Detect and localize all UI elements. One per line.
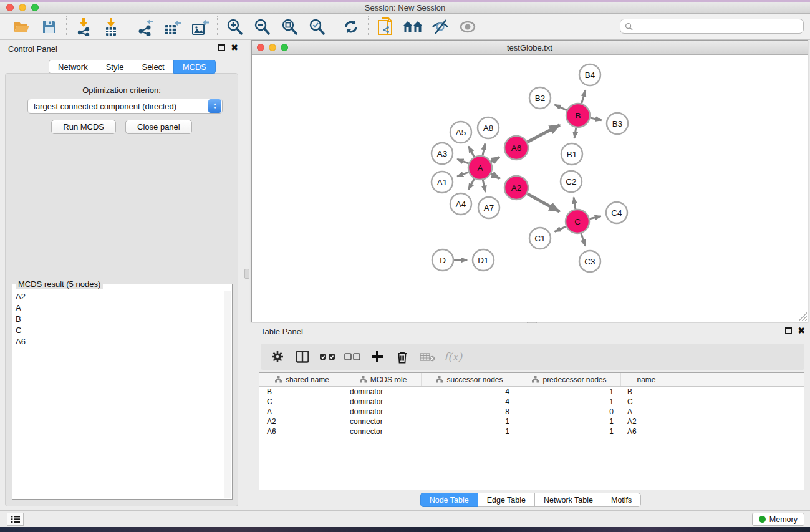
float-panel-icon[interactable] — [218, 44, 225, 51]
clone-network-icon[interactable] — [374, 16, 397, 37]
window-resize-grip[interactable] — [798, 312, 807, 321]
settings-gear-icon[interactable] — [269, 349, 286, 365]
zoom-in-icon[interactable] — [223, 16, 246, 37]
graph-node[interactable]: A1 — [432, 172, 453, 193]
list-item[interactable]: A — [13, 302, 224, 313]
zoom-out-icon[interactable] — [250, 16, 274, 37]
criterion-dropdown[interactable]: largest connected component (directed) ▲… — [27, 99, 223, 114]
graph-node[interactable]: A6 — [504, 136, 528, 160]
run-mcds-button[interactable]: Run MCDS — [51, 120, 116, 134]
table-row[interactable]: A2connector11A2 — [259, 417, 804, 427]
tab-mcds[interactable]: MCDS — [173, 60, 216, 74]
home-icon[interactable] — [401, 16, 425, 37]
search-input[interactable] — [636, 22, 803, 31]
tab-node-table[interactable]: Node Table — [420, 493, 478, 507]
graph-node[interactable]: C3 — [579, 251, 600, 272]
table-row[interactable]: Adominator80A — [259, 407, 804, 417]
column-header[interactable]: MCDS role — [345, 373, 422, 386]
table-row[interactable]: Cdominator41C — [259, 397, 804, 407]
graph-edge[interactable] — [590, 216, 601, 219]
graph-node[interactable]: C2 — [561, 171, 582, 192]
graph-node[interactable]: A2 — [504, 176, 528, 200]
graph-node[interactable]: A — [468, 156, 492, 180]
table-row[interactable]: A6connector11A6 — [259, 427, 804, 437]
graph-edge[interactable] — [483, 143, 485, 155]
graph-node[interactable]: B4 — [579, 64, 600, 85]
column-header[interactable]: name — [621, 373, 672, 386]
graph-edge[interactable] — [468, 179, 474, 190]
result-scrollbar[interactable] — [224, 291, 231, 498]
save-session-icon[interactable] — [37, 16, 61, 37]
graph-edge[interactable] — [554, 105, 566, 110]
list-item[interactable]: A6 — [13, 336, 224, 347]
tab-select[interactable]: Select — [133, 60, 173, 74]
graph-edge[interactable] — [483, 180, 485, 192]
zoom-selected-icon[interactable] — [305, 16, 329, 37]
panel-divider-handle[interactable] — [244, 269, 249, 279]
tab-style[interactable]: Style — [97, 60, 133, 74]
close-panel-button[interactable]: Close panel — [125, 120, 192, 134]
graph-node[interactable]: A3 — [432, 143, 453, 164]
graph-node[interactable]: A8 — [478, 117, 499, 138]
export-network-icon[interactable] — [133, 16, 157, 37]
list-item[interactable]: C — [13, 324, 224, 336]
close-panel-icon[interactable]: ✖ — [231, 44, 238, 51]
graph-node[interactable]: B2 — [529, 87, 551, 109]
memory-button[interactable]: Memory — [752, 513, 804, 526]
graph-edge[interactable] — [491, 174, 500, 179]
graph-edge[interactable] — [582, 90, 586, 104]
add-column-icon[interactable] — [369, 349, 385, 365]
open-file-icon[interactable] — [10, 16, 34, 37]
graph-node[interactable]: B3 — [607, 113, 628, 134]
tab-motifs[interactable]: Motifs — [602, 493, 641, 507]
graph-node[interactable]: D — [432, 249, 453, 271]
graph-edge[interactable] — [528, 125, 560, 142]
graph-edge[interactable] — [457, 172, 468, 177]
column-view-icon[interactable] — [294, 349, 311, 365]
column-header[interactable]: shared name — [259, 373, 345, 386]
toolbar-search[interactable] — [620, 19, 804, 34]
export-table-icon[interactable] — [161, 16, 185, 37]
graph-node[interactable]: B — [566, 104, 590, 127]
list-item[interactable]: B — [13, 313, 224, 324]
export-image-icon[interactable] — [188, 16, 212, 37]
import-network-icon[interactable] — [72, 16, 95, 37]
show-graphics-details-icon[interactable] — [456, 16, 480, 37]
close-panel-icon[interactable]: ✖ — [798, 327, 805, 334]
task-history-button[interactable] — [7, 513, 24, 526]
network-canvas[interactable]: B4B2BB3A8A5A6A3B1AA1C2A2A4A7C4CC1C3DD1 — [252, 55, 808, 322]
zoom-fit-icon[interactable] — [277, 16, 301, 37]
column-header[interactable]: predecessor nodes — [518, 373, 621, 386]
graph-node[interactable]: C4 — [606, 202, 627, 223]
graph-node[interactable]: B1 — [561, 143, 582, 165]
graph-edge[interactable] — [555, 226, 566, 231]
graph-node[interactable]: C — [566, 210, 589, 233]
graph-edge[interactable] — [581, 233, 585, 246]
graph-node[interactable]: D1 — [473, 249, 494, 271]
deselect-all-icon[interactable] — [344, 349, 360, 365]
graph-edge[interactable] — [457, 159, 468, 163]
graph-edge[interactable] — [491, 157, 500, 162]
float-panel-icon[interactable] — [785, 327, 792, 334]
list-item[interactable]: A2 — [13, 291, 224, 302]
graph-node[interactable]: A7 — [478, 197, 499, 218]
tab-network-table[interactable]: Network Table — [534, 493, 602, 507]
graph-edge[interactable] — [528, 194, 560, 211]
tab-edge-table[interactable]: Edge Table — [478, 493, 534, 507]
delete-table-icon[interactable] — [419, 349, 435, 365]
tab-network[interactable]: Network — [49, 60, 97, 74]
refresh-layout-icon[interactable] — [339, 16, 363, 37]
graph-edge[interactable] — [574, 197, 576, 209]
graph-node[interactable]: A4 — [450, 193, 471, 215]
graph-node[interactable]: C1 — [529, 228, 551, 249]
hide-graphics-details-icon[interactable] — [428, 16, 452, 37]
select-all-icon[interactable] — [319, 349, 335, 365]
graph-node[interactable]: A5 — [450, 122, 471, 143]
import-table-icon[interactable] — [99, 16, 123, 37]
delete-icon[interactable] — [394, 349, 410, 365]
graph-edge[interactable] — [591, 118, 602, 120]
column-header[interactable]: successor nodes — [422, 373, 518, 386]
table-row[interactable]: Bdominator41B — [259, 387, 804, 397]
function-builder-icon[interactable]: f(x) — [444, 351, 462, 363]
graph-edge[interactable] — [574, 128, 576, 138]
